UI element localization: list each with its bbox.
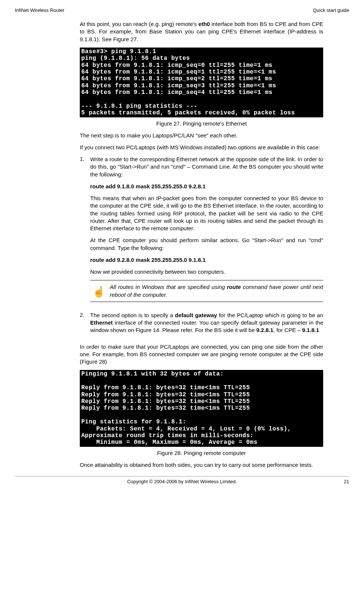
pointing-hand-icon: ☝ <box>90 283 105 298</box>
route-command-2: route add 9.2.8.0 mask 255.255.255.0 9.1… <box>90 256 323 264</box>
figure-28-caption: Figure 28. Pinging remote computer <box>80 450 323 456</box>
li1-instruction: Write a route to the corresponding Ether… <box>90 156 323 178</box>
li1-cpe-instruction: At the CPE computer you should perform s… <box>90 237 323 252</box>
page-header: InfiNet Wireless Router Quick start guid… <box>15 7 349 13</box>
figure-27-caption: Figure 27. Pinging remote's Ethernet <box>80 120 323 127</box>
paragraph-conclusion: Once attainability is obtained from both… <box>80 461 323 469</box>
route-command-1: route add 9.1.8.0 mask 255.255.255.0 9.2… <box>90 183 323 190</box>
list-content-1: Write a route to the corresponding Ether… <box>90 156 323 307</box>
header-left: InfiNet Wireless Router <box>15 7 65 13</box>
header-right: Quick start guide <box>313 7 349 13</box>
li1-conclusion: Now we provided connectivity between two… <box>90 268 323 276</box>
intro-paragraph: At this point, you can reach (e.g. ping)… <box>80 20 323 43</box>
note-text: All routes in Windows that are specified… <box>110 283 323 299</box>
li2-text: The second option is to specify a defaul… <box>90 312 323 334</box>
terminal-output-2: Pinging 9.1.8.1 with 32 bytes of data: R… <box>80 370 323 446</box>
paragraph-ping-verify: In order to make sure that your PC/Lapto… <box>80 343 323 366</box>
footer-copyright: Copyright © 2004-2006 by InfiNet Wireles… <box>127 479 237 484</box>
list-number-1: 1. <box>80 156 90 307</box>
list-number-2: 2. <box>80 312 90 339</box>
list-content-2: The second option is to specify a defaul… <box>90 312 323 339</box>
paragraph-next-step: The next step is to make you Laptops/PC/… <box>80 132 323 139</box>
page-number: 21 <box>344 479 349 484</box>
note-box: ☝ All routes in Windows that are specifi… <box>90 280 323 302</box>
terminal-output-1: Base#3> ping 9.1.8.1 ping (9.1.8.1): 56 … <box>80 48 323 117</box>
list-item-2: 2. The second option is to specify a def… <box>80 312 323 339</box>
list-item-1: 1. Write a route to the corresponding Et… <box>80 156 323 307</box>
li1-explanation: This means that when an IP-packet goes f… <box>90 195 323 232</box>
paragraph-options: If you connect two PC/Laptops (with MS W… <box>80 144 323 151</box>
page-content: At this point, you can reach (e.g. ping)… <box>80 20 323 469</box>
page-footer: Copyright © 2004-2006 by InfiNet Wireles… <box>15 476 349 484</box>
